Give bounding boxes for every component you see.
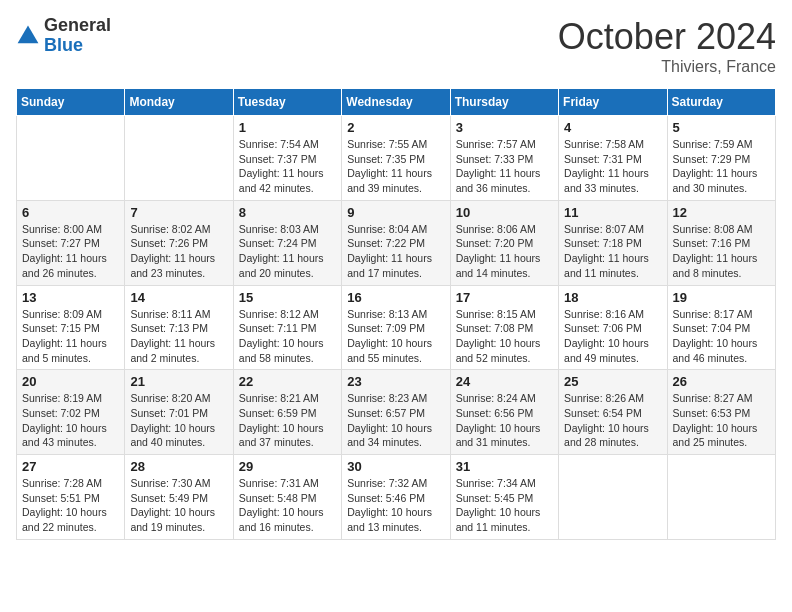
- day-info: Sunrise: 7:34 AMSunset: 5:45 PMDaylight:…: [456, 476, 553, 535]
- day-number: 31: [456, 459, 553, 474]
- day-info: Sunrise: 8:08 AMSunset: 7:16 PMDaylight:…: [673, 222, 770, 281]
- calendar-week-row: 20Sunrise: 8:19 AMSunset: 7:02 PMDayligh…: [17, 370, 776, 455]
- day-number: 28: [130, 459, 227, 474]
- day-info: Sunrise: 8:19 AMSunset: 7:02 PMDaylight:…: [22, 391, 119, 450]
- location-title: Thiviers, France: [558, 58, 776, 76]
- day-number: 10: [456, 205, 553, 220]
- day-number: 16: [347, 290, 444, 305]
- calendar-cell: 20Sunrise: 8:19 AMSunset: 7:02 PMDayligh…: [17, 370, 125, 455]
- weekday-header-wednesday: Wednesday: [342, 89, 450, 116]
- day-info: Sunrise: 8:20 AMSunset: 7:01 PMDaylight:…: [130, 391, 227, 450]
- day-number: 4: [564, 120, 661, 135]
- calendar-cell: 28Sunrise: 7:30 AMSunset: 5:49 PMDayligh…: [125, 455, 233, 540]
- calendar-cell: 1Sunrise: 7:54 AMSunset: 7:37 PMDaylight…: [233, 116, 341, 201]
- day-info: Sunrise: 7:55 AMSunset: 7:35 PMDaylight:…: [347, 137, 444, 196]
- calendar-week-row: 27Sunrise: 7:28 AMSunset: 5:51 PMDayligh…: [17, 455, 776, 540]
- day-number: 20: [22, 374, 119, 389]
- day-info: Sunrise: 8:12 AMSunset: 7:11 PMDaylight:…: [239, 307, 336, 366]
- day-info: Sunrise: 8:15 AMSunset: 7:08 PMDaylight:…: [456, 307, 553, 366]
- calendar-cell: 4Sunrise: 7:58 AMSunset: 7:31 PMDaylight…: [559, 116, 667, 201]
- calendar-cell: 14Sunrise: 8:11 AMSunset: 7:13 PMDayligh…: [125, 285, 233, 370]
- calendar-cell: 30Sunrise: 7:32 AMSunset: 5:46 PMDayligh…: [342, 455, 450, 540]
- day-info: Sunrise: 8:02 AMSunset: 7:26 PMDaylight:…: [130, 222, 227, 281]
- day-number: 24: [456, 374, 553, 389]
- calendar-cell: 10Sunrise: 8:06 AMSunset: 7:20 PMDayligh…: [450, 200, 558, 285]
- day-info: Sunrise: 7:31 AMSunset: 5:48 PMDaylight:…: [239, 476, 336, 535]
- calendar-cell: 16Sunrise: 8:13 AMSunset: 7:09 PMDayligh…: [342, 285, 450, 370]
- day-number: 29: [239, 459, 336, 474]
- day-info: Sunrise: 8:11 AMSunset: 7:13 PMDaylight:…: [130, 307, 227, 366]
- day-number: 7: [130, 205, 227, 220]
- day-info: Sunrise: 8:26 AMSunset: 6:54 PMDaylight:…: [564, 391, 661, 450]
- day-number: 19: [673, 290, 770, 305]
- calendar-cell: 23Sunrise: 8:23 AMSunset: 6:57 PMDayligh…: [342, 370, 450, 455]
- day-number: 1: [239, 120, 336, 135]
- logo-general: General: [44, 16, 111, 36]
- calendar-cell: 29Sunrise: 7:31 AMSunset: 5:48 PMDayligh…: [233, 455, 341, 540]
- weekday-header-thursday: Thursday: [450, 89, 558, 116]
- day-number: 26: [673, 374, 770, 389]
- calendar-cell: [125, 116, 233, 201]
- calendar-cell: 22Sunrise: 8:21 AMSunset: 6:59 PMDayligh…: [233, 370, 341, 455]
- calendar-cell: 31Sunrise: 7:34 AMSunset: 5:45 PMDayligh…: [450, 455, 558, 540]
- logo: General Blue: [16, 16, 111, 56]
- day-info: Sunrise: 8:00 AMSunset: 7:27 PMDaylight:…: [22, 222, 119, 281]
- day-number: 3: [456, 120, 553, 135]
- calendar-cell: 12Sunrise: 8:08 AMSunset: 7:16 PMDayligh…: [667, 200, 775, 285]
- calendar-cell: [559, 455, 667, 540]
- day-info: Sunrise: 8:24 AMSunset: 6:56 PMDaylight:…: [456, 391, 553, 450]
- page-header: General Blue October 2024 Thiviers, Fran…: [16, 16, 776, 76]
- logo-blue: Blue: [44, 36, 111, 56]
- day-number: 8: [239, 205, 336, 220]
- calendar-cell: 7Sunrise: 8:02 AMSunset: 7:26 PMDaylight…: [125, 200, 233, 285]
- day-number: 27: [22, 459, 119, 474]
- calendar-week-row: 6Sunrise: 8:00 AMSunset: 7:27 PMDaylight…: [17, 200, 776, 285]
- day-number: 21: [130, 374, 227, 389]
- day-info: Sunrise: 8:03 AMSunset: 7:24 PMDaylight:…: [239, 222, 336, 281]
- day-info: Sunrise: 7:30 AMSunset: 5:49 PMDaylight:…: [130, 476, 227, 535]
- logo-icon: [16, 24, 40, 48]
- day-info: Sunrise: 8:06 AMSunset: 7:20 PMDaylight:…: [456, 222, 553, 281]
- svg-marker-0: [18, 25, 39, 43]
- day-info: Sunrise: 7:57 AMSunset: 7:33 PMDaylight:…: [456, 137, 553, 196]
- day-number: 15: [239, 290, 336, 305]
- day-info: Sunrise: 8:16 AMSunset: 7:06 PMDaylight:…: [564, 307, 661, 366]
- day-number: 14: [130, 290, 227, 305]
- calendar-cell: 19Sunrise: 8:17 AMSunset: 7:04 PMDayligh…: [667, 285, 775, 370]
- calendar-cell: 26Sunrise: 8:27 AMSunset: 6:53 PMDayligh…: [667, 370, 775, 455]
- logo-text: General Blue: [44, 16, 111, 56]
- day-info: Sunrise: 8:17 AMSunset: 7:04 PMDaylight:…: [673, 307, 770, 366]
- calendar-week-row: 13Sunrise: 8:09 AMSunset: 7:15 PMDayligh…: [17, 285, 776, 370]
- calendar-header-row: SundayMondayTuesdayWednesdayThursdayFrid…: [17, 89, 776, 116]
- day-number: 6: [22, 205, 119, 220]
- day-number: 23: [347, 374, 444, 389]
- day-number: 13: [22, 290, 119, 305]
- calendar-week-row: 1Sunrise: 7:54 AMSunset: 7:37 PMDaylight…: [17, 116, 776, 201]
- calendar-cell: 3Sunrise: 7:57 AMSunset: 7:33 PMDaylight…: [450, 116, 558, 201]
- day-number: 11: [564, 205, 661, 220]
- day-info: Sunrise: 7:58 AMSunset: 7:31 PMDaylight:…: [564, 137, 661, 196]
- title-block: October 2024 Thiviers, France: [558, 16, 776, 76]
- calendar-cell: 25Sunrise: 8:26 AMSunset: 6:54 PMDayligh…: [559, 370, 667, 455]
- calendar-cell: 17Sunrise: 8:15 AMSunset: 7:08 PMDayligh…: [450, 285, 558, 370]
- day-info: Sunrise: 8:23 AMSunset: 6:57 PMDaylight:…: [347, 391, 444, 450]
- day-number: 25: [564, 374, 661, 389]
- day-number: 30: [347, 459, 444, 474]
- weekday-header-monday: Monday: [125, 89, 233, 116]
- weekday-header-friday: Friday: [559, 89, 667, 116]
- day-info: Sunrise: 7:54 AMSunset: 7:37 PMDaylight:…: [239, 137, 336, 196]
- calendar-cell: [17, 116, 125, 201]
- day-info: Sunrise: 7:28 AMSunset: 5:51 PMDaylight:…: [22, 476, 119, 535]
- day-info: Sunrise: 7:59 AMSunset: 7:29 PMDaylight:…: [673, 137, 770, 196]
- day-number: 18: [564, 290, 661, 305]
- day-info: Sunrise: 8:07 AMSunset: 7:18 PMDaylight:…: [564, 222, 661, 281]
- calendar-cell: 2Sunrise: 7:55 AMSunset: 7:35 PMDaylight…: [342, 116, 450, 201]
- day-info: Sunrise: 8:21 AMSunset: 6:59 PMDaylight:…: [239, 391, 336, 450]
- calendar-cell: 6Sunrise: 8:00 AMSunset: 7:27 PMDaylight…: [17, 200, 125, 285]
- month-title: October 2024: [558, 16, 776, 58]
- calendar-cell: 11Sunrise: 8:07 AMSunset: 7:18 PMDayligh…: [559, 200, 667, 285]
- calendar-cell: 13Sunrise: 8:09 AMSunset: 7:15 PMDayligh…: [17, 285, 125, 370]
- calendar-cell: 9Sunrise: 8:04 AMSunset: 7:22 PMDaylight…: [342, 200, 450, 285]
- day-info: Sunrise: 8:13 AMSunset: 7:09 PMDaylight:…: [347, 307, 444, 366]
- day-number: 22: [239, 374, 336, 389]
